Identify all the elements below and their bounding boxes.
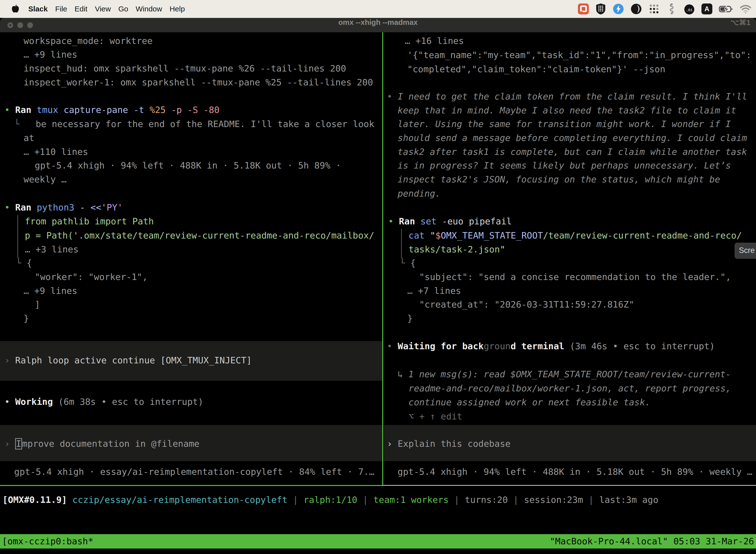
text-segment: OMX_TEAM_STATE_ROOT (441, 230, 543, 240)
text-segment: Working (15, 397, 53, 407)
text-segment: weekly … (23, 174, 66, 184)
chat-app-icon[interactable] (578, 2, 589, 15)
window-shortcut-hint: ⌥⌘1 (731, 18, 751, 33)
text-segment: groun (484, 341, 510, 351)
crescent-circle-icon[interactable] (630, 2, 642, 15)
thinking-4: should send a message before completing … (397, 132, 747, 144)
text-segment: "worker": "worker-1", (35, 272, 147, 282)
screenshot-tooltip: Scre (735, 243, 756, 259)
text-segment: inspect_hud: omx sparkshell --tmux-pane … (23, 63, 346, 73)
thinking-2: keep that in mind. Maybe I also need the… (397, 105, 736, 116)
text-segment: at (23, 133, 34, 143)
terminal-area: workspace_mode: worktree… +9 linesinspec… (0, 32, 756, 534)
text-segment: (6m 38s • esc to interrupt) (53, 397, 203, 407)
text-segment: from pathlib import Path (25, 216, 154, 226)
out-omitted: … +16 lines (405, 35, 464, 47)
text-segment: p = Path('.omx/state/team/review-current… (25, 230, 374, 240)
text-segment: task2 after task1 is complete, but can I… (397, 147, 747, 157)
text-segment: continue assigned work or next feasible … (408, 397, 650, 407)
text-segment: } (407, 313, 413, 323)
shield-keypad-icon[interactable] (595, 2, 606, 15)
cfg-inspect-worker: inspect_worker-1: omx sparkshell --tmux-… (23, 76, 373, 88)
text-segment: Ran (399, 216, 415, 226)
text-segment: gpt-5.4 xhigh · essay/ai-reimplementatio… (14, 466, 374, 477)
text-segment: "created_at": "2026-03-31T11:59:27.816Z" (419, 299, 634, 310)
text-segment: • (4, 105, 15, 115)
menu-item-window[interactable]: Window (136, 5, 162, 13)
menu-item-view[interactable]: View (95, 5, 111, 13)
text-segment: later. Using the same for transition mig… (397, 119, 731, 129)
text-segment: " (425, 230, 435, 240)
out-usage-2: weekly … (23, 173, 66, 185)
ralph-loop-status: › Ralph loop active continue [OMX_TMUX_I… (4, 354, 252, 366)
pane-divider (382, 32, 383, 485)
text-segment: ⌥ + ↑ edit (408, 411, 462, 422)
wifi-icon[interactable] (740, 2, 752, 15)
text-segment: tasks/task-2.json (408, 244, 500, 255)
prompt-suggestion: › Explain this codebase (387, 438, 511, 450)
text-segment: -p (166, 105, 182, 115)
text-segment: Explain this codebase (397, 439, 510, 449)
bolt-badge-icon[interactable] (613, 2, 624, 15)
json-close: } (23, 313, 29, 324)
json-transition-2: "completed","claim_token":"claim-token"}… (407, 63, 665, 75)
tooltip-text: Scre (739, 246, 755, 255)
out-usage: gpt-5.4 xhigh · 94% left · 488K in · 5.1… (35, 160, 341, 171)
json-open: └ { (16, 257, 32, 269)
battery-charging-icon[interactable] (719, 2, 733, 15)
text-segment: last:3m ago (599, 495, 658, 505)
text-segment: d terminal (511, 341, 565, 351)
menu-bar-left: Slack FileEditViewGoWindowHelp (0, 2, 185, 15)
text-segment: $ (435, 230, 441, 240)
text-segment: • (387, 91, 397, 102)
omx-status-line: [OMX#0.11.9] cczip/essay/ai-reimplementa… (2, 494, 658, 506)
text-segment: ralph:1/10 (304, 495, 358, 505)
squiggle-icon[interactable] (666, 2, 677, 15)
menu-item-go[interactable]: Go (118, 5, 128, 13)
screen: Slack FileEditViewGoWindowHelp ..61A omx… (0, 0, 756, 554)
text-segment: turns:20 (465, 495, 508, 505)
text-segment: set (415, 216, 437, 226)
py-path: p = Path('.omx/state/team/review-current… (25, 230, 374, 241)
prompt-input: › Improve documentation in @filename (4, 438, 199, 450)
right-terminal-pane: … +16 lines'{"team_name":"my-team","task… (384, 32, 756, 486)
cmd-python3: • Ran python3 - <<'PY' (4, 202, 123, 214)
menu-item-edit[interactable]: Edit (75, 5, 87, 13)
thinking-1: • I need to get the claim token from the… (387, 91, 747, 103)
text-segment: › (4, 355, 15, 365)
apple-menu-icon[interactable] (10, 2, 21, 15)
menu-item-file[interactable]: File (55, 5, 67, 13)
window-title: omx --xhigh --madmax (0, 18, 756, 33)
text-segment: [OMX#0.11.9] (2, 495, 67, 505)
text-segment: /team/review-current-readme-and-reco/ (543, 230, 742, 240)
text-segment: ↳ 1 new msg(s): read $OMX_TEAM_STATE_ROO… (397, 369, 731, 379)
menu-item-help[interactable]: Help (170, 5, 185, 13)
text-segment: … +16 lines (405, 36, 464, 46)
text-segment: … +110 lines (23, 147, 88, 157)
text-segment: tmux (31, 105, 58, 115)
text-segment: | (288, 495, 304, 505)
text-segment: | (583, 495, 599, 505)
text-cursor: I (15, 438, 22, 449)
menu-status-icons: ..61A (578, 2, 756, 15)
text-segment: { (410, 258, 416, 268)
text-segment: … +3 lines (25, 244, 79, 255)
svg-text:..61: ..61 (686, 8, 693, 12)
out-wrap-1: └ be necessary for the end of the README… (14, 118, 374, 130)
cfg-workspace-mode: workspace_mode: worktree (23, 35, 152, 47)
input-source-icon[interactable]: A (701, 2, 712, 15)
json-transition-1: '{"team_name":"my-team","task_id":"1","f… (407, 49, 751, 61)
text-segment: • (387, 341, 397, 351)
cmd-cat-1: cat "$OMX_TEAM_STATE_ROOT/team/review-cu… (408, 230, 742, 241)
text-segment: … +9 lines (23, 49, 77, 60)
text-segment: is in progress? It seems likely but perh… (397, 160, 731, 170)
thinking-5: task2 after task1 is complete, but can I… (397, 146, 747, 158)
indent-guide (401, 229, 402, 258)
window-title-bar[interactable]: omx --xhigh --madmax ⌥⌘1 (0, 18, 756, 32)
text-segment: └ (399, 258, 410, 268)
battery-badge-icon[interactable]: ..61 (684, 2, 695, 15)
app-menu-slack[interactable]: Slack (28, 5, 48, 13)
text-segment: … +9 lines (23, 286, 77, 296)
text-segment: capture-pane -t (58, 105, 144, 115)
dots-grid-icon[interactable] (648, 2, 660, 15)
